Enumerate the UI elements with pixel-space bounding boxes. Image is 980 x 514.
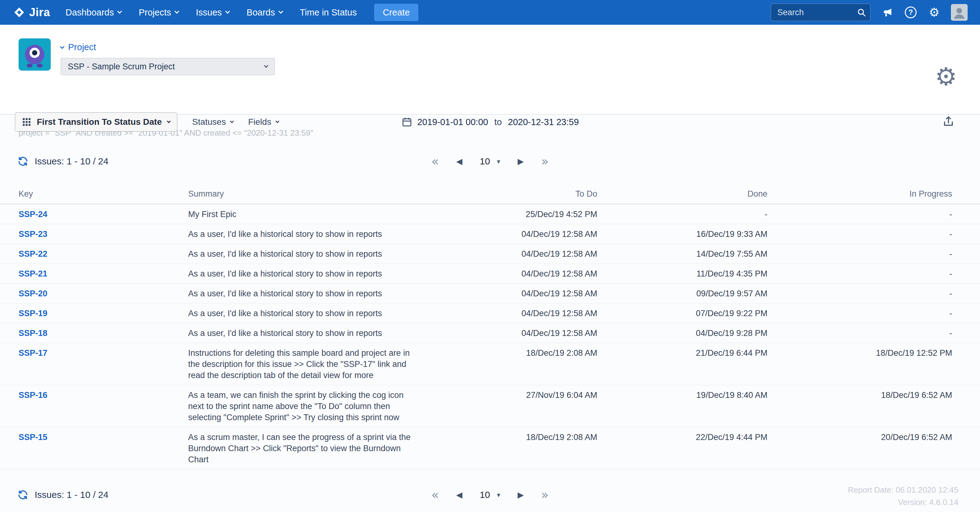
create-button[interactable]: Create [374,4,418,21]
table-body: SSP-24 My First Epic 25/Dec/19 4:52 PM -… [0,204,980,469]
version-label: Version: 4.6.0.14 [848,496,958,508]
nav-item-label: Boards [247,8,275,18]
issue-summary: My First Epic [188,209,423,220]
chevron-down-icon [230,119,234,123]
nav-item-projects[interactable]: Projects [138,8,178,18]
issue-key-cell: SSP-18 [19,327,188,339]
fields-label: Fields [248,117,271,127]
inprogress-date: 18/Dec/19 6:52 AM [767,389,952,401]
settings-gear-icon[interactable]: ⚙ [928,6,941,19]
caret-down-icon: ▾ [497,491,500,499]
column-header-todo: To Do [430,189,597,199]
export-icon[interactable] [942,115,955,129]
search-icon[interactable] [857,8,866,18]
first-page-button[interactable]: « [431,488,439,501]
chevron-down-icon [175,9,180,14]
jira-home-link[interactable]: Jira [14,6,50,19]
inprogress-date: - [767,308,952,319]
top-navbar: Jira Dashboards Projects Issues Boards T… [0,0,980,25]
issue-key-link[interactable]: SSP-22 [19,249,47,259]
refresh-icon[interactable] [18,489,29,500]
nav-item-time-in-status[interactable]: Time in Status [300,8,357,18]
issue-key-link[interactable]: SSP-24 [19,210,47,219]
prev-page-button[interactable]: ◀ [456,157,462,165]
calendar-icon [401,117,412,128]
inprogress-date: - [767,327,952,339]
done-date: 09/Dec/19 9:57 AM [597,288,767,299]
prev-page-button[interactable]: ◀ [456,491,462,499]
user-avatar[interactable] [951,4,967,21]
pagination-bottom: « ◀ 10 ▾ ▶ » [431,485,549,505]
done-date: 14/Dec/19 7:55 AM [597,248,767,260]
next-page-button[interactable]: ▶ [518,491,524,499]
issue-key-link[interactable]: SSP-17 [19,348,47,358]
issue-key-cell: SSP-24 [19,209,188,220]
page-size-select[interactable]: 10 ▾ [480,156,500,167]
issue-key-link[interactable]: SSP-19 [19,309,47,318]
done-date: 04/Dec/19 9:28 PM [597,327,767,339]
nav-item-dashboards[interactable]: Dashboards [65,8,121,18]
gear-glyph: ⚙ [929,6,939,18]
issue-key-cell: SSP-17 [19,347,188,359]
issues-table: Key Summary To Do Done In Progress SSP-2… [0,189,980,469]
date-range-picker[interactable]: 2019-01-01 00:00 to 2020-12-31 23:59 [401,112,579,132]
last-page-button[interactable]: » [541,488,549,501]
issue-summary: As a team, we can finish the sprint by c… [188,389,423,423]
report-type-button[interactable]: First Transition To Status Date [15,112,177,132]
navbar-right-group: ? ⚙ [771,4,967,21]
issue-key-link[interactable]: SSP-15 [19,433,47,442]
page-size-value: 10 [480,490,490,500]
statuses-dropdown[interactable]: Statuses [192,117,233,127]
todo-date: 04/Dec/19 12:58 AM [430,268,597,279]
issue-key-cell: SSP-20 [19,288,188,299]
project-section-toggle[interactable]: Project [60,42,275,52]
chevron-down-icon [117,9,122,14]
issue-summary: As a user, I'd like a historical story t… [188,228,423,239]
inprogress-date: 20/Dec/19 6:52 AM [767,432,952,443]
first-page-button[interactable]: « [431,155,439,168]
todo-date: 04/Dec/19 12:58 AM [430,248,597,260]
project-avatar [19,38,51,70]
page-size-select[interactable]: 10 ▾ [480,490,500,500]
announcement-icon[interactable] [880,6,894,19]
issue-key-cell: SSP-19 [19,308,188,319]
issue-key-link[interactable]: SSP-20 [19,289,47,298]
inprogress-date: - [767,288,952,299]
report-settings-gear-icon[interactable]: ⚙ [935,64,957,89]
inprogress-date: 18/Dec/19 12:52 PM [767,347,952,359]
issue-key-cell: SSP-16 [19,389,188,401]
refresh-icon[interactable] [18,156,29,167]
done-date: 07/Dec/19 9:22 PM [597,308,767,319]
project-select[interactable]: SSP - Sample Scrum Project [60,58,275,75]
nav-item-label: Dashboards [65,8,114,18]
chevron-down-icon [278,9,283,14]
issue-summary: Instructions for deleting this sample bo… [188,347,423,381]
report-content: project = "SSP" AND created >= "2019-01-… [0,115,980,513]
issue-key-link[interactable]: SSP-23 [19,230,47,239]
search-input[interactable] [771,4,870,21]
done-date: 19/Dec/19 8:40 AM [597,389,767,401]
todo-date: 04/Dec/19 12:58 AM [430,288,597,299]
nav-item-issues[interactable]: Issues [196,8,229,18]
column-header-key: Key [19,189,188,199]
issue-key-link[interactable]: SSP-16 [19,391,47,400]
help-icon[interactable]: ? [904,6,918,19]
next-page-button[interactable]: ▶ [518,157,524,165]
help-glyph: ? [908,8,913,17]
issues-count-group: Issues: 1 - 10 / 24 [18,152,108,171]
issue-key-link[interactable]: SSP-18 [19,329,47,338]
nav-item-label: Time in Status [300,8,357,18]
table-row: SSP-19 As a user, I'd like a historical … [0,303,980,323]
pagination-top: « ◀ 10 ▾ ▶ » [431,152,549,171]
done-date: 11/Dec/19 4:35 PM [597,268,767,279]
fields-dropdown[interactable]: Fields [248,117,279,127]
report-info: Report Date: 06.01.2020 12:45 Version: 4… [848,484,958,508]
nav-item-boards[interactable]: Boards [247,8,283,18]
todo-date: 18/Dec/19 2:08 AM [430,432,597,443]
issue-key-link[interactable]: SSP-21 [19,269,47,278]
last-page-button[interactable]: » [541,155,549,168]
page: Jira Dashboards Projects Issues Boards T… [0,0,980,514]
table-row: SSP-23 As a user, I'd like a historical … [0,224,980,244]
chevron-down-icon [264,64,268,68]
issue-key-cell: SSP-15 [19,432,188,443]
